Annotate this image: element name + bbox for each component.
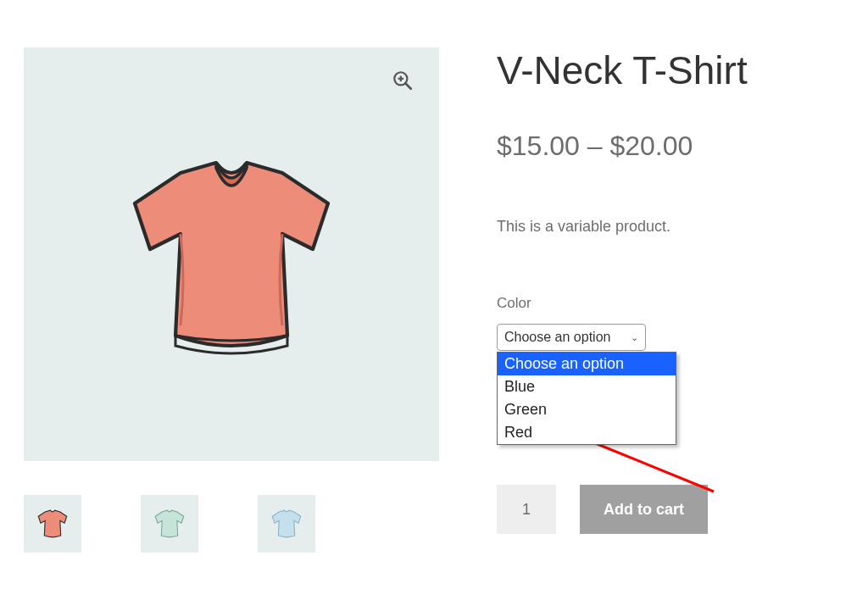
option-red[interactable]: Red	[498, 421, 676, 444]
option-blue[interactable]: Blue	[498, 375, 676, 398]
short-description: This is a variable product.	[497, 218, 844, 236]
add-to-cart-row: Add to cart	[497, 485, 844, 534]
add-to-cart-button[interactable]: Add to cart	[580, 485, 708, 534]
option-green[interactable]: Green	[498, 398, 676, 421]
quantity-input[interactable]	[497, 485, 556, 534]
thumbnail-green[interactable]	[141, 495, 198, 553]
variation-label-color: Color	[497, 295, 844, 312]
main-product-image[interactable]	[24, 47, 439, 461]
product-gallery	[24, 47, 439, 553]
product-title: V-Neck T-Shirt	[497, 47, 844, 93]
select-value: Choose an option	[504, 330, 610, 345]
zoom-icon[interactable]	[392, 69, 417, 95]
product-details: V-Neck T-Shirt $15.00 – $20.00 This is a…	[497, 47, 844, 553]
price-range: $15.00 – $20.00	[497, 131, 844, 162]
chevron-down-icon: ⌄	[631, 332, 638, 343]
thumbnail-blue[interactable]	[258, 495, 315, 553]
color-select[interactable]: Choose an option ⌄	[497, 324, 646, 351]
option-placeholder[interactable]: Choose an option	[498, 353, 676, 375]
svg-line-1	[405, 83, 411, 89]
color-dropdown-list: Choose an option Blue Green Red	[497, 352, 676, 445]
thumbnail-row	[24, 495, 439, 553]
tshirt-illustration	[104, 127, 359, 381]
thumbnail-red[interactable]	[24, 495, 81, 553]
